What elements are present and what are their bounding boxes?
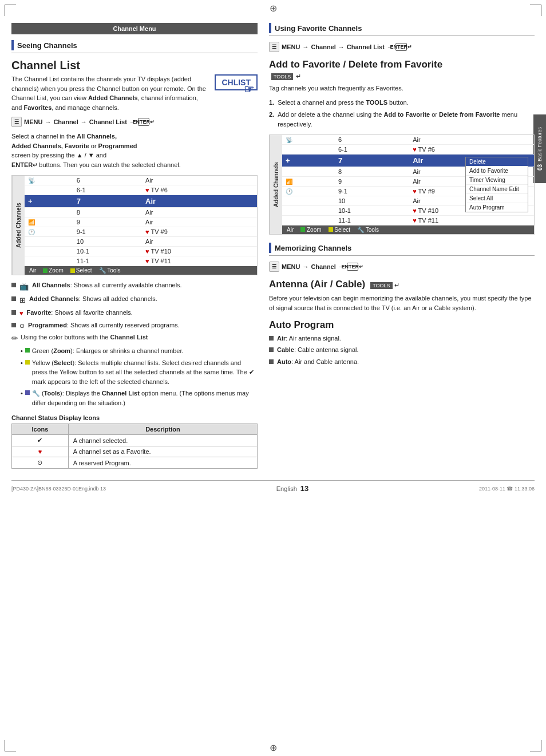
bullet-square-icon (11, 323, 16, 327)
channel-list-menu-path: ☰ MENU → Channel → Channel List → ENTER↵ (11, 117, 258, 127)
favorite-icon: ♥ (19, 309, 23, 318)
sub-list-item-select: Yellow (Select): Selects multiple channe… (21, 358, 258, 387)
table-row: ⊙ A reserved Program. (12, 457, 258, 469)
ch-num-cell: 9 (73, 217, 142, 227)
page-number-wrap: English 13 (276, 484, 309, 493)
context-menu-item-auto-program[interactable]: Auto Program (466, 203, 528, 212)
menu-path-arrow2: → (81, 118, 87, 125)
programmed-icon: ⊙ (19, 322, 25, 330)
ch-icon-cell: + (25, 195, 73, 208)
icons-col-header: Icons (12, 424, 69, 435)
ch-icon-cell (25, 208, 73, 217)
using-fav-heading: Using Favorite Channels (269, 23, 535, 36)
corner-tr (530, 5, 541, 16)
step-number-2: 2. (269, 110, 274, 129)
added-channels-bold: Added Channels (88, 94, 138, 101)
bullet-square-icon (269, 347, 274, 352)
auto-program-cable: Cable: Cable antenna signal. (269, 346, 535, 354)
ch-num-cell: 9-1 (335, 187, 409, 196)
programmed-bold: Programmed (98, 143, 137, 149)
bullet-square-icon (11, 310, 16, 315)
footer-select: Select (329, 227, 351, 233)
note-text-content: Using the color buttons with the Channel… (21, 334, 148, 341)
footer-filename: [PD430-ZA]BN68-03325D-01Eng.indb 13 (11, 486, 106, 492)
programmed-text: Programmed: Shows all currently reserved… (28, 321, 180, 330)
main-layout: Channel Menu Seeing Channels Channel Lis… (11, 23, 535, 469)
list-item-allchannels: 📺 All Channels: Shows all currently avai… (11, 281, 258, 292)
step-1: 1. Select a channel and press the TOOLS … (269, 98, 535, 108)
context-menu: Delete Add to Favorite Timer Viewing Cha… (465, 157, 528, 212)
bottom-crosshair-icon: ⊕ (270, 742, 277, 753)
fav-steps-list: 1. Select a channel and press the TOOLS … (269, 98, 535, 129)
auto-program-auto: Auto: Air and Cable antenna. (269, 358, 535, 366)
menu-path-arrow1: → (45, 118, 51, 125)
list-item-addedchannels: ⊞ Added Channels: Shows all added channe… (11, 295, 258, 306)
select-text: Yellow (Select): Selects multiple channe… (32, 358, 258, 387)
ch-type-cell: Air (142, 217, 257, 227)
status-icons-title: Channel Status Display Icons (11, 414, 258, 421)
context-menu-item-timer[interactable]: Timer Viewing (466, 176, 528, 185)
add-fav-title: Add to Favorite / Delete from Favorite (269, 59, 535, 70)
green-dot-icon (25, 348, 30, 353)
ch-icon-cell (282, 167, 335, 177)
ch-icon-cell (282, 216, 335, 225)
mem-arrow1: → (302, 263, 308, 270)
step-number-1: 1. (269, 98, 274, 108)
footer-air: Air (287, 227, 294, 233)
sub-list-item-zoom: Green (Zoom): Enlarges or shrinks a chan… (21, 346, 258, 356)
antenna-title: Antenna (Air / Cable) (269, 279, 365, 290)
icon-cell: ⊙ (12, 457, 69, 469)
tool-dot-icon (25, 390, 30, 395)
mem-channel: Channel (311, 263, 335, 270)
description-cell: A channel selected. (68, 435, 257, 446)
zoom-text: Green (Zoom): Enlarges or shrinks a chan… (32, 346, 184, 356)
table-row: ♥ A channel set as a Favorite. (12, 446, 258, 457)
all-channels-icon: 📺 (19, 282, 29, 292)
cable-text: Cable: Cable antenna signal. (277, 346, 359, 354)
table-row: 10 Air (25, 237, 257, 247)
chlist-box: CHLIST ☞ (215, 74, 258, 90)
corner-br (530, 740, 541, 751)
color-buttons-sublist: Green (Zoom): Enlarges or shrinks a chan… (11, 346, 258, 407)
page-footer: [PD430-ZA]BN68-03325D-01Eng.indb 13 Engl… (11, 480, 535, 493)
tools-badge-wrap: TOOLS ↵ (269, 73, 535, 80)
added-channels-icon: ⊞ (19, 295, 26, 306)
table-row-selected: + 7 Air (25, 195, 257, 208)
ch-num-cell: 6 (73, 176, 142, 185)
step-2-text: Add or delete a the channel using the Ad… (278, 110, 535, 129)
channel-table: Added Channels 📡 6 Air 6-1 ♥ TV #6 (11, 175, 258, 275)
favorites-bold: Favorites (23, 104, 52, 111)
ch-icon-cell (25, 185, 73, 195)
antenna-description: Before your television can begin memoriz… (269, 294, 535, 312)
context-menu-item-name-edit[interactable]: Channel Name Edit (466, 185, 528, 194)
context-menu-item-delete[interactable]: Delete (466, 157, 528, 167)
section-blue-bar (269, 23, 271, 33)
menu-path-channel: Channel (53, 118, 78, 125)
table-row: 6-1 ♥ TV #6 (25, 185, 257, 195)
ch-icon-cell (282, 206, 335, 216)
tab-label: Basic Features (537, 127, 543, 161)
ch-type-cell: Air (142, 195, 257, 208)
ch-num-cell: 10 (335, 196, 409, 206)
ch-num-cell: 10-1 (335, 206, 409, 216)
tools-text: 🔧 (Tools): Displays the Channel List opt… (32, 389, 258, 407)
channel-table-footer: Air Zoom Select 🔧 Tools (25, 266, 257, 275)
ch-num-cell: 7 (73, 195, 142, 208)
footer-tools: 🔧 Tools (99, 267, 121, 274)
table-row: 11-1 ♥ TV #11 (282, 216, 534, 225)
status-icons-section: Channel Status Display Icons Icons Descr… (11, 414, 258, 469)
auto-program-list: Air: Air antenna signal. Cable: Cable an… (269, 334, 535, 366)
ch-type-cell: Air (409, 135, 534, 145)
fav-arrow1: → (302, 43, 308, 50)
context-menu-item-add-fav[interactable]: Add to Favorite (466, 167, 528, 176)
context-menu-item-select-all[interactable]: Select All (466, 194, 528, 203)
table-row: 📡 6 Air (282, 135, 534, 145)
ch-icon-cell (282, 145, 335, 155)
left-column: Channel Menu Seeing Channels Channel Lis… (11, 23, 258, 469)
ch-num-cell: 8 (335, 167, 409, 177)
seeing-channels-label: Seeing Channels (17, 41, 77, 50)
ch-type-cell: Air (142, 176, 257, 185)
add-fav-section: Add to Favorite / Delete from Favorite T… (269, 59, 535, 80)
list-item-programmed: ⊙ Programmed: Shows all currently reserv… (11, 321, 258, 330)
ch-icon-cell: 📶 (282, 177, 335, 187)
